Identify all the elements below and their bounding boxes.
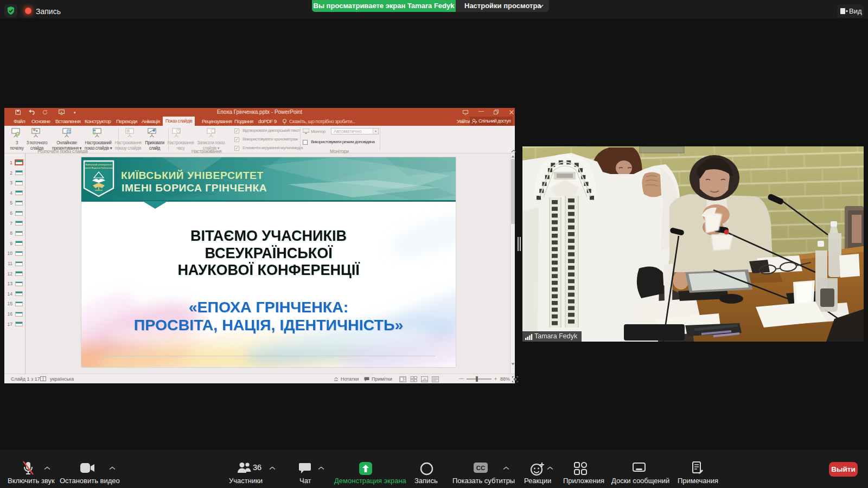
svg-text:Київський університет: Київський університет bbox=[85, 163, 112, 166]
svg-text:імені Бориса Грінченка: імені Бориса Грінченка bbox=[85, 166, 113, 169]
svg-text:CC: CC bbox=[476, 465, 486, 471]
